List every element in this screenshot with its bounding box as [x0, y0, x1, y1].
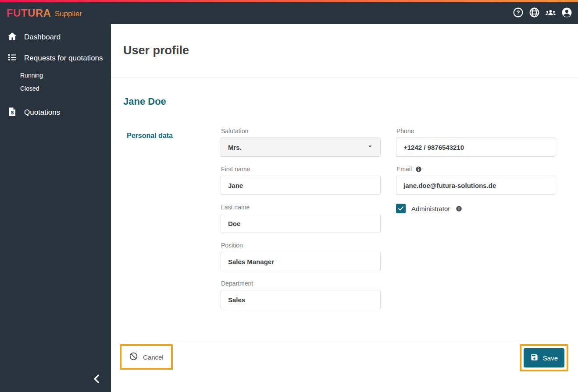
- last-name-label: Last name: [221, 204, 381, 211]
- last-name-input[interactable]: [221, 214, 381, 233]
- home-icon: [7, 31, 18, 44]
- svg-text:?: ?: [516, 9, 520, 15]
- sidebar-nav: Dashboard Requests for quotations Runnin…: [0, 24, 111, 123]
- main-content: User profile Jane Doe Personal data Salu…: [111, 24, 578, 392]
- department-field-group: Department: [221, 280, 381, 309]
- department-label: Department: [221, 280, 381, 287]
- save-button-label: Save: [543, 354, 558, 362]
- block-icon: [129, 352, 138, 362]
- form-column-right: Phone Email: [396, 127, 555, 318]
- sidebar-subitem-label: Running: [20, 72, 43, 79]
- footer-actions: Cancel Save: [111, 340, 578, 371]
- info-icon[interactable]: [415, 166, 422, 173]
- quotation-document-icon: $: [7, 106, 18, 119]
- sidebar-subitem-closed[interactable]: Closed: [0, 82, 111, 95]
- cancel-highlight-frame: Cancel: [120, 344, 173, 370]
- save-highlight-frame: Save: [520, 344, 568, 371]
- save-button[interactable]: Save: [524, 348, 564, 367]
- sidebar-item-label: Dashboard: [24, 33, 61, 42]
- info-icon[interactable]: [456, 205, 462, 212]
- account-circle-icon: [561, 7, 572, 20]
- department-input[interactable]: [221, 290, 381, 309]
- email-input[interactable]: [396, 176, 555, 195]
- sidebar-item-label: Quotations: [24, 108, 60, 117]
- sidebar-item-dashboard[interactable]: Dashboard: [0, 27, 111, 48]
- help-button[interactable]: ?: [512, 7, 524, 19]
- language-globe-icon: [529, 7, 540, 20]
- help-icon: ?: [513, 7, 524, 20]
- page-title: User profile: [123, 44, 189, 57]
- cancel-button[interactable]: Cancel: [129, 352, 164, 362]
- users-group-icon: [545, 7, 556, 20]
- salutation-select[interactable]: Mrs.: [221, 138, 381, 157]
- position-input[interactable]: [221, 252, 381, 271]
- app-window: FUTURA Supplier Dashboard: [0, 0, 578, 392]
- sidebar-subitem-label: Closed: [20, 85, 39, 92]
- administrator-label: Administrator: [411, 205, 450, 212]
- first-name-input[interactable]: [221, 176, 381, 195]
- list-icon: [7, 52, 18, 65]
- sidebar-collapse-button[interactable]: [90, 373, 104, 387]
- phone-label: Phone: [396, 127, 555, 134]
- administrator-checkbox-row: Administrator: [396, 204, 555, 213]
- last-name-field-group: Last name: [221, 204, 381, 233]
- sidebar-item-label: Requests for quotations: [24, 54, 103, 63]
- salutation-value: Mrs.: [228, 144, 242, 151]
- user-management-button[interactable]: [545, 7, 556, 19]
- account-button[interactable]: [561, 7, 572, 19]
- svg-text:$: $: [11, 109, 14, 115]
- position-field-group: Position: [221, 242, 381, 271]
- administrator-checkbox[interactable]: [396, 204, 406, 213]
- salutation-label: Salutation: [221, 127, 381, 134]
- phone-input[interactable]: [396, 138, 555, 157]
- sidebar-subitem-running[interactable]: Running: [0, 69, 111, 82]
- first-name-field-group: First name: [221, 166, 381, 195]
- page-header: User profile: [111, 24, 578, 78]
- section-label-personal-data: Personal data: [127, 132, 173, 139]
- topbar: ?: [111, 2, 578, 24]
- first-name-label: First name: [221, 166, 381, 173]
- salutation-field-group: Salutation Mrs.: [221, 127, 381, 157]
- email-field-group: Email: [396, 166, 555, 195]
- form-column-left: Salutation Mrs. First name: [221, 127, 381, 318]
- save-icon: [530, 353, 539, 363]
- sidebar-item-requests-for-quotations[interactable]: Requests for quotations: [0, 48, 111, 69]
- brand-suffix: Supplier: [55, 8, 82, 18]
- personal-data-form: Personal data Salutation Mrs.: [111, 127, 578, 318]
- sidebar: FUTURA Supplier Dashboard: [0, 2, 111, 392]
- app-logo[interactable]: FUTURA Supplier: [0, 2, 111, 24]
- user-name-heading: Jane Doe: [123, 96, 578, 107]
- chevron-left-icon: [91, 373, 103, 386]
- position-label: Position: [221, 242, 381, 249]
- phone-field-group: Phone: [396, 127, 555, 157]
- chevron-down-icon: [366, 142, 374, 152]
- sidebar-item-quotations[interactable]: $ Quotations: [0, 102, 111, 123]
- cancel-button-label: Cancel: [143, 353, 164, 361]
- language-button[interactable]: [528, 7, 540, 19]
- brand-name: FUTURA: [7, 7, 51, 19]
- email-label: Email: [396, 166, 412, 173]
- nav-spacer: [0, 95, 111, 102]
